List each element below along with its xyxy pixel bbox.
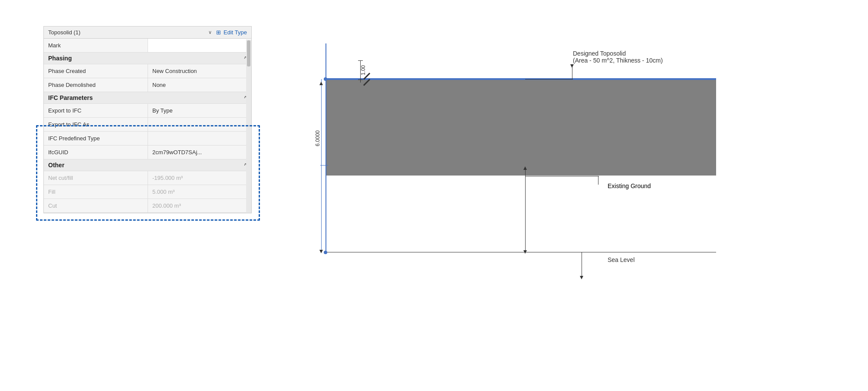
- vertical-dim-line: [326, 43, 326, 252]
- drawing-area: 1.00 6.0000 Designed Toposolid (Area - 5…: [312, 43, 790, 304]
- panel-title: Toposolid (1): [48, 29, 80, 36]
- arrow-toposolid: [570, 64, 574, 68]
- net-cutfill-value: -195.000 m³: [148, 171, 251, 185]
- fill-value: 5.000 m³: [148, 185, 251, 199]
- label-sea-level: Sea Level: [608, 256, 635, 263]
- bracket-left: [320, 165, 328, 166]
- export-ifc-as-label: Export to IFC As: [44, 118, 148, 131]
- leader-sea-h: [582, 252, 608, 252]
- right-panel: 1.00 6.0000 Designed Toposolid (Area - 5…: [269, 0, 868, 391]
- arrow-up-height: [319, 82, 323, 85]
- properties-panel: Toposolid (1) ∨ ⊞ Edit Type Mark Phasing…: [43, 26, 252, 213]
- phase-created-label: Phase Created: [44, 64, 148, 78]
- phase-demolished-label: Phase Demolished: [44, 78, 148, 92]
- cut-value: 200.000 m³: [148, 199, 251, 212]
- export-ifc-label: Export to IFC: [44, 104, 148, 117]
- phase-created-value[interactable]: New Construction: [148, 64, 251, 78]
- arrow-sea: [580, 276, 583, 279]
- ifc-predefined-value[interactable]: [148, 132, 251, 145]
- left-panel: Toposolid (1) ∨ ⊞ Edit Type Mark Phasing…: [0, 0, 269, 391]
- ifcguid-value[interactable]: 2cm79wOTD7SAj...: [148, 146, 251, 159]
- phase-demolished-row: Phase Demolished None: [44, 78, 251, 92]
- panel-header: Toposolid (1) ∨ ⊞ Edit Type: [44, 27, 251, 39]
- ifcguid-row: IfcGUID 2cm79wOTD7SAj...: [44, 146, 251, 159]
- point-top-left: [324, 77, 327, 81]
- cut-row: Cut 200.000 m³: [44, 199, 251, 213]
- dim-6-line: [321, 79, 322, 252]
- sea-level-line: [326, 252, 716, 252]
- scroll-thumb[interactable]: [247, 40, 250, 66]
- scrollbar[interactable]: [246, 40, 251, 213]
- arrow-down-center: [523, 250, 527, 254]
- export-ifc-as-value[interactable]: [148, 118, 251, 131]
- fill-row: Fill 5.000 m³: [44, 185, 251, 199]
- cut-label: Cut: [44, 199, 148, 212]
- topo-fill-block: [326, 80, 716, 176]
- dim-top-label: 1.00: [360, 65, 366, 75]
- mark-label: Mark: [44, 39, 148, 52]
- export-ifc-value[interactable]: By Type: [148, 104, 251, 117]
- ifc-predefined-row: IFC Predefined Type: [44, 132, 251, 146]
- dropdown-arrow[interactable]: ∨: [208, 30, 212, 35]
- center-dim-line: [525, 167, 526, 252]
- export-ifc-row: Export to IFC By Type: [44, 104, 251, 118]
- mark-row: Mark: [44, 39, 251, 53]
- export-ifc-as-row: Export to IFC As: [44, 118, 251, 132]
- net-cutfill-label: Net cut/fill: [44, 171, 148, 185]
- leader-ground-v: [598, 176, 598, 185]
- leader-sea-v: [582, 252, 582, 278]
- point-bottom-left: [324, 251, 327, 254]
- label-designed-toposolid: Designed Toposolid (Area - 50 m^2, Thikn…: [573, 50, 663, 64]
- mark-value[interactable]: [148, 39, 251, 52]
- edit-type-button[interactable]: ⊞ Edit Type: [216, 29, 247, 36]
- phase-demolished-value[interactable]: None: [148, 78, 251, 92]
- phase-created-row: Phase Created New Construction: [44, 64, 251, 78]
- arrow-up-center: [523, 166, 527, 170]
- dim-left-label: 6.0000: [315, 130, 321, 146]
- dim-top-tick: [358, 60, 363, 61]
- section-ifc[interactable]: IFC Parameters ^: [44, 92, 251, 104]
- ifcguid-label: IfcGUID: [44, 146, 148, 159]
- label-existing-ground: Existing Ground: [608, 182, 651, 189]
- arrow-down-height: [319, 250, 323, 253]
- section-other[interactable]: Other ^: [44, 159, 251, 171]
- ifc-predefined-label: IFC Predefined Type: [44, 132, 148, 145]
- dim-bottom-tick: [358, 80, 363, 80]
- section-phasing[interactable]: Phasing ^: [44, 53, 251, 64]
- net-cutfill-row: Net cut/fill -195.000 m³: [44, 171, 251, 185]
- edit-icon: ⊞: [216, 29, 221, 36]
- leader-toposolid-h: [525, 79, 573, 80]
- leader-ground-h: [525, 176, 599, 176]
- fill-label: Fill: [44, 185, 148, 199]
